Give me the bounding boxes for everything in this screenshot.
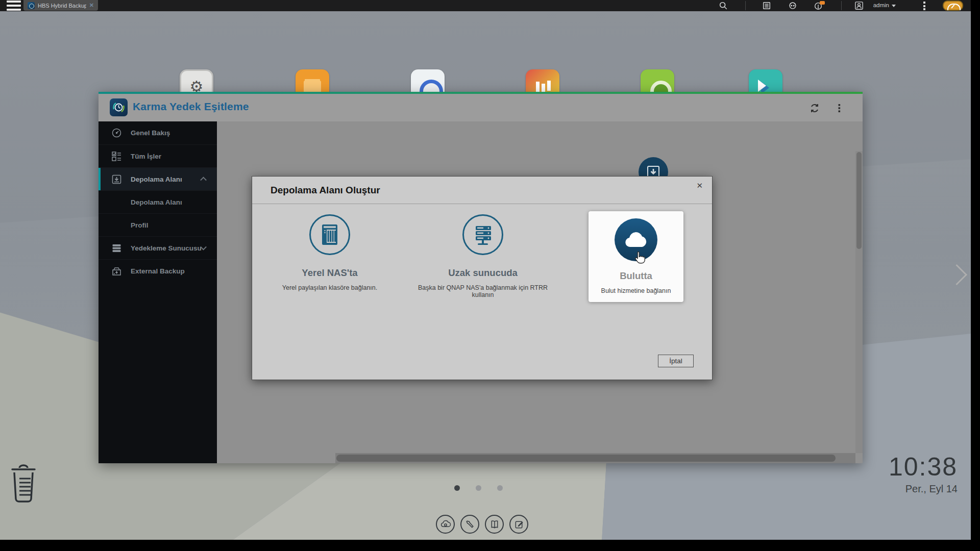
cancel-button[interactable]: İptal [658, 355, 694, 367]
top-bar: HBS Hybrid Backup ... ✕ admin [0, 0, 971, 11]
sidebar-item-yedekleme-sunucusu[interactable]: Yedekleme Sunucusu [99, 236, 217, 259]
admin-label: admin [873, 2, 889, 8]
remote-server-icon [462, 214, 503, 255]
jobs-icon [111, 151, 122, 162]
dialog-title: Depolama Alanı Oluştur [271, 185, 380, 196]
desktop-pager [454, 485, 503, 491]
utilities-icon[interactable] [460, 515, 479, 534]
sidebar-label: Genel Bakış [131, 129, 170, 137]
option-title: Uzak sunucuda [411, 267, 554, 279]
user-icon[interactable] [854, 1, 864, 10]
sidebar-subitem-depolama-alani[interactable]: Depolama Alanı [99, 190, 217, 213]
external-backup-icon [111, 266, 122, 277]
taskbar-tab-hbs[interactable]: HBS Hybrid Backup ... ✕ [23, 0, 98, 11]
hbs-app-icon [28, 2, 35, 9]
help-icon[interactable] [485, 515, 504, 534]
refresh-icon[interactable] [808, 102, 821, 114]
pager-dot[interactable] [497, 485, 503, 491]
overview-icon [111, 128, 122, 138]
sidebar-subitem-profil[interactable]: Profil [99, 213, 217, 236]
clock-time: 10:38 [889, 453, 958, 481]
storage-icon [111, 174, 122, 185]
resource-monitor-icon[interactable] [943, 1, 963, 11]
desktop-dock [436, 515, 528, 534]
cloud-icon [615, 218, 657, 261]
main-menu-icon[interactable] [7, 1, 21, 11]
nas-icon [309, 214, 350, 255]
option-title: Bulutta [589, 270, 683, 282]
option-local-nas[interactable]: Yerel NAS'ta Yerel paylaşılan klasöre ba… [258, 212, 401, 291]
sidebar-label: Profil [131, 221, 149, 229]
option-title: Yerel NAS'ta [258, 267, 401, 279]
option-subtitle: Yerel paylaşılan klasöre bağlanın. [258, 284, 401, 291]
notification-badge [820, 1, 825, 5]
clock-date: Per., Eyl 14 [889, 483, 958, 495]
option-subtitle: Bulut hizmetine bağlanın [589, 287, 683, 294]
feedback-icon[interactable] [509, 515, 528, 534]
tab-close-icon[interactable]: ✕ [89, 2, 94, 9]
window-more-icon[interactable] [833, 102, 845, 114]
chevron-up-icon [200, 177, 207, 183]
close-icon[interactable]: ✕ [694, 179, 705, 192]
option-subtitle: Başka bir QNAP NAS'a bağlanmak için RTRR… [411, 284, 554, 298]
divider [841, 1, 842, 10]
horizontal-scrollbar[interactable] [335, 453, 855, 463]
window-title: Karma Yedek Eşitleme [133, 101, 249, 113]
trash-icon[interactable] [8, 463, 39, 506]
background-tasks-icon[interactable] [762, 1, 772, 10]
sidebar-label: Tüm İşler [131, 153, 161, 160]
sidebar-label: External Backup [131, 267, 185, 275]
sidebar-item-tum-isler[interactable]: Tüm İşler [99, 144, 217, 167]
chevron-down-icon [892, 5, 896, 7]
sidebar-item-genel-bakis[interactable]: Genel Bakış [99, 121, 217, 144]
pager-dot[interactable] [476, 485, 481, 491]
window-titlebar[interactable]: Karma Yedek Eşitleme [99, 94, 863, 121]
sidebar-label: Depolama Alanı [131, 176, 182, 183]
vertical-scrollbar[interactable] [855, 151, 863, 453]
create-storage-dialog: Depolama Alanı Oluştur ✕ Yerel NAS'ta Ye… [252, 176, 713, 380]
pager-dot[interactable] [454, 485, 460, 491]
desktop-screen: ⚙ HBS Hybrid Backup ... ✕ [0, 0, 971, 540]
dialog-header: Depolama Alanı Oluştur ✕ [252, 177, 712, 204]
sidebar-item-depolama-alani[interactable]: Depolama Alanı [99, 167, 217, 190]
notifications-icon[interactable] [813, 1, 823, 10]
hbs-app-icon [110, 98, 128, 116]
myqnapcloud-icon[interactable] [436, 515, 455, 534]
more-icon[interactable] [923, 2, 925, 12]
next-page-icon[interactable] [947, 263, 967, 292]
option-remote-server[interactable]: Uzak sunucuda Başka bir QNAP NAS'a bağla… [411, 212, 554, 298]
sidebar: Genel Bakış Tüm İşler Depolama Alanı Dep… [99, 121, 217, 463]
sidebar-item-external-backup[interactable]: External Backup [99, 259, 217, 282]
sidebar-label: Depolama Alanı [131, 198, 182, 206]
sidebar-label: Yedekleme Sunucusu [131, 244, 202, 252]
admin-menu[interactable]: admin [873, 2, 896, 8]
desktop-clock: 10:38 Per., Eyl 14 [889, 453, 958, 495]
backup-server-icon [111, 243, 122, 254]
divider [745, 1, 746, 10]
tab-title: HBS Hybrid Backup ... [38, 3, 86, 9]
search-icon[interactable] [718, 1, 728, 10]
option-cloud[interactable]: Bulutta Bulut hizmetine bağlanın [589, 211, 683, 302]
online-support-icon[interactable] [788, 1, 798, 10]
